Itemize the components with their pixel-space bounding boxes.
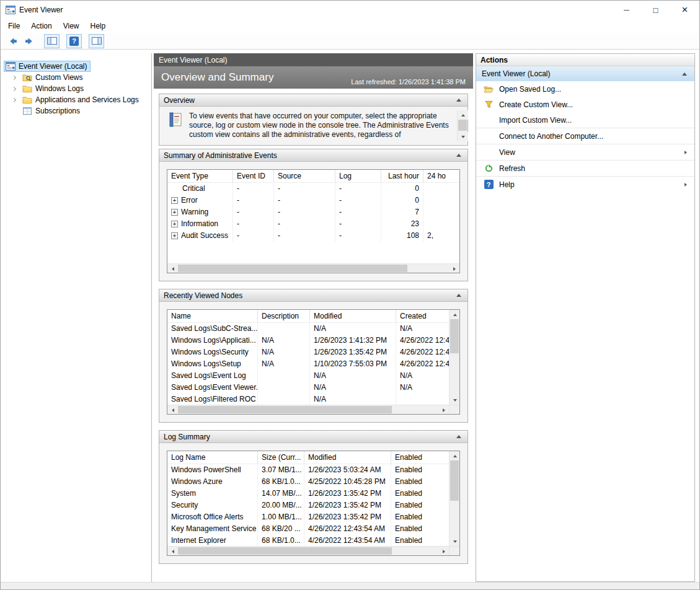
- table-row[interactable]: Internet Explorer 68 KB/1.0... 4/26/2022…: [167, 535, 449, 546]
- column-header-source[interactable]: Source: [274, 170, 335, 182]
- scroll-down-button[interactable]: [450, 395, 459, 405]
- table-row[interactable]: Security 20.00 MB/... 1/26/2023 1:35:42 …: [167, 500, 449, 511]
- vertical-scrollbar[interactable]: [457, 110, 467, 141]
- table-row-audit-success[interactable]: Audit Success - - - 108 2,: [167, 230, 459, 242]
- column-header-size[interactable]: Size (Curr...: [258, 451, 304, 464]
- collapse-icon[interactable]: [454, 294, 463, 297]
- close-button[interactable]: ×: [670, 1, 699, 19]
- table-row[interactable]: Windows Logs\Applicati... N/A 1/26/2023 …: [167, 335, 449, 346]
- vertical-scrollbar[interactable]: [449, 310, 459, 405]
- table-row[interactable]: Key Management Service 68 KB/20 ... 4/26…: [167, 523, 449, 535]
- column-header-description[interactable]: Description: [258, 310, 310, 322]
- chevron-right-icon[interactable]: [12, 75, 16, 79]
- show-action-pane-button[interactable]: [89, 34, 104, 48]
- menu-view[interactable]: View: [58, 20, 85, 32]
- column-header-modified[interactable]: Modified: [304, 451, 391, 464]
- vertical-scrollbar[interactable]: [449, 451, 459, 546]
- expand-plus-icon[interactable]: [171, 221, 178, 227]
- tree-item-event-viewer-local[interactable]: Event Viewer (Local): [1, 61, 151, 72]
- table-row[interactable]: Saved Logs\SubC-Strea... N/A N/A: [167, 323, 449, 335]
- collapse-icon[interactable]: [454, 99, 463, 102]
- column-header-24-hours[interactable]: 24 ho: [423, 170, 459, 182]
- menu-action[interactable]: Action: [25, 20, 57, 32]
- tree-item-subscriptions[interactable]: Subscriptions: [1, 105, 151, 117]
- tree-item-applications-and-services-logs[interactable]: Applications and Services Logs: [1, 94, 151, 105]
- menu-file[interactable]: File: [2, 20, 25, 32]
- cell-enabled: Enabled: [391, 523, 449, 535]
- table-row[interactable]: Windows PowerShell 3.07 MB/1... 1/26/202…: [167, 464, 449, 476]
- expand-plus-icon[interactable]: [171, 209, 178, 216]
- column-header-event-type[interactable]: Event Type: [167, 170, 233, 182]
- scroll-down-button[interactable]: [458, 132, 468, 141]
- cell-24-hours: [423, 195, 459, 206]
- column-header-event-id[interactable]: Event ID: [233, 170, 274, 182]
- overview-section-header[interactable]: Overview: [159, 94, 467, 107]
- collapse-icon[interactable]: [454, 154, 463, 157]
- horizontal-scrollbar[interactable]: [167, 546, 449, 555]
- collapse-icon[interactable]: [680, 73, 689, 76]
- forward-button[interactable]: [22, 34, 37, 48]
- scroll-right-button[interactable]: [438, 547, 449, 556]
- column-header-created[interactable]: Created: [396, 310, 449, 322]
- chevron-right-icon[interactable]: [12, 86, 16, 90]
- minimize-button[interactable]: ─: [612, 1, 641, 19]
- scroll-left-button[interactable]: [167, 405, 178, 415]
- scroll-down-button[interactable]: [450, 537, 459, 546]
- action-import-custom-view[interactable]: Import Custom View...: [476, 112, 694, 128]
- table-row[interactable]: Windows Logs\Security N/A 1/26/2023 1:35…: [167, 346, 449, 358]
- actions-pane: Actions Event Viewer (Local) Open Saved …: [476, 53, 695, 582]
- maximize-button[interactable]: □: [641, 1, 670, 19]
- scroll-left-button[interactable]: [167, 264, 178, 273]
- table-row[interactable]: Saved Logs\Event Log N/A N/A: [167, 370, 449, 382]
- show-console-tree-button[interactable]: [44, 34, 60, 48]
- table-row-error[interactable]: Error - - - 0: [167, 195, 459, 206]
- recently-viewed-section-header[interactable]: Recently Viewed Nodes: [159, 289, 467, 302]
- table-row[interactable]: Windows Logs\Setup N/A 1/10/2023 7:55:03…: [167, 358, 449, 370]
- tree-item-windows-logs[interactable]: Windows Logs: [1, 83, 151, 94]
- action-view[interactable]: View: [476, 144, 694, 160]
- table-row[interactable]: System 14.07 MB/... 1/26/2023 1:35:42 PM…: [167, 488, 449, 500]
- help-button[interactable]: [66, 34, 82, 48]
- table-row[interactable]: Microsoft Office Alerts 1.00 MB/1... 1/2…: [167, 511, 449, 523]
- tree-item-custom-views[interactable]: Custom Views: [1, 72, 151, 83]
- action-connect-to-another-computer[interactable]: Connect to Another Computer...: [476, 128, 694, 144]
- action-create-custom-view[interactable]: Create Custom View...: [476, 97, 694, 112]
- horizontal-scrollbar[interactable]: [167, 263, 459, 273]
- column-header-name[interactable]: Name: [167, 310, 258, 322]
- expand-plus-icon[interactable]: [171, 232, 178, 239]
- table-row-information[interactable]: Information - - - 23: [167, 218, 459, 230]
- scroll-right-button[interactable]: [449, 264, 459, 273]
- table-row[interactable]: Saved Logs\Event Viewer... N/A N/A: [167, 382, 449, 394]
- admin-summary-section-header[interactable]: Summary of Administrative Events: [159, 149, 467, 162]
- table-row[interactable]: Windows Azure 68 KB/1.0... 4/25/2022 10:…: [167, 476, 449, 488]
- column-header-modified[interactable]: Modified: [310, 310, 396, 322]
- scroll-right-button[interactable]: [438, 405, 449, 415]
- action-refresh[interactable]: Refresh: [476, 161, 694, 176]
- action-open-saved-log[interactable]: Open Saved Log...: [476, 81, 694, 97]
- scroll-left-button[interactable]: [167, 547, 178, 556]
- last-refreshed-text: Last refreshed: 1/26/2023 1:41:38 PM: [351, 78, 466, 86]
- column-header-log-name[interactable]: Log Name: [167, 451, 258, 464]
- action-pane-icon: [92, 36, 102, 46]
- chevron-right-icon[interactable]: [12, 97, 16, 102]
- table-row-warning[interactable]: Warning - - - 7: [167, 206, 459, 218]
- collapse-icon[interactable]: [454, 435, 463, 438]
- open-folder-icon: [484, 84, 494, 94]
- scroll-up-button[interactable]: [450, 451, 459, 460]
- back-button[interactable]: [5, 34, 20, 48]
- scroll-up-button[interactable]: [450, 310, 459, 319]
- menu-help[interactable]: Help: [85, 20, 112, 32]
- table-row[interactable]: Saved Logs\Filtered ROC ... N/A: [167, 394, 449, 405]
- log-summary-section-header[interactable]: Log Summary: [159, 431, 467, 443]
- horizontal-scrollbar[interactable]: [167, 405, 449, 414]
- column-header-log[interactable]: Log: [335, 170, 381, 182]
- actions-group-event-viewer-local[interactable]: Event Viewer (Local): [476, 66, 694, 81]
- column-header-last-hour[interactable]: Last hour: [381, 170, 423, 182]
- column-header-enabled[interactable]: Enabled: [391, 451, 449, 464]
- scroll-up-button[interactable]: [458, 110, 468, 120]
- event-log-book-icon: [168, 112, 187, 141]
- expand-plus-icon[interactable]: [171, 197, 178, 204]
- submenu-arrow-icon: [684, 183, 687, 187]
- action-help[interactable]: Help: [476, 177, 694, 192]
- table-row-critical[interactable]: Critical - - - 0: [167, 183, 459, 195]
